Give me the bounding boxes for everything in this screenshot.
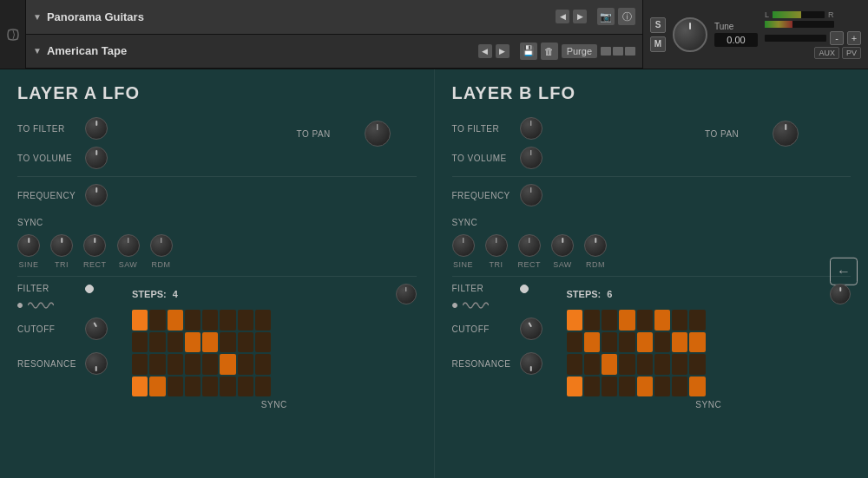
step-cell[interactable] [619,354,635,375]
saw-knob-a[interactable] [117,234,140,257]
step-cell[interactable] [255,310,271,331]
sine-knob-b[interactable] [452,234,475,257]
step-cell[interactable] [149,332,165,353]
sine-knob-a[interactable] [17,234,40,257]
step-cell[interactable] [238,377,253,397]
step-cell[interactable] [689,377,705,397]
step-cell[interactable] [220,354,235,375]
plus-btn[interactable]: + [847,31,861,45]
rdm-knob-b[interactable] [584,234,607,257]
step-cell[interactable] [689,310,705,331]
tune-value[interactable]: 0.00 [714,33,758,47]
step-cell[interactable] [619,332,635,353]
step-cell[interactable] [672,354,687,375]
step-cell[interactable] [220,310,235,331]
step-cell[interactable] [220,377,235,397]
step-cell[interactable] [602,377,617,397]
step-cell[interactable] [567,310,582,331]
camera-btn[interactable]: 📷 [597,8,615,25]
step-cell[interactable] [238,354,253,375]
step-cell[interactable] [567,332,582,353]
step-cell[interactable] [584,354,600,375]
to-volume-knob-b[interactable] [520,147,542,169]
delete-btn[interactable]: 🗑 [541,43,558,60]
step-cell[interactable] [168,354,183,375]
pv-button[interactable]: PV [842,47,861,59]
step-cell[interactable] [654,332,670,353]
resonance-knob-b[interactable] [520,352,542,375]
step-cell[interactable] [637,377,653,397]
prev-instrument-2[interactable]: ◀ [478,44,492,58]
minus-btn[interactable]: - [830,31,844,45]
purge-button[interactable]: Purge [562,44,597,58]
steps-knob-a[interactable] [396,284,417,304]
cutoff-dot-a[interactable] [17,303,23,308]
rdm-knob-a[interactable] [150,234,173,257]
filter-radio-a[interactable] [85,285,94,293]
cutoff-dot-b[interactable] [452,303,457,308]
step-cell[interactable] [168,377,183,397]
step-cell[interactable] [619,377,635,397]
next-instrument-2[interactable]: ▶ [496,44,510,58]
step-cell[interactable] [584,310,600,331]
step-cell[interactable] [185,377,201,397]
step-cell[interactable] [149,377,165,397]
step-cell[interactable] [168,310,183,331]
to-pan-knob-a[interactable] [365,121,391,147]
step-cell[interactable] [584,377,600,397]
step-cell[interactable] [584,332,600,353]
step-cell[interactable] [602,310,617,331]
step-cell[interactable] [149,310,165,331]
rect-knob-a[interactable] [83,234,106,257]
aux-button[interactable]: AUX [814,47,839,59]
step-cell[interactable] [132,354,148,375]
collapse-arrow-1[interactable]: ▼ [33,12,42,22]
collapse-arrow-2[interactable]: ▼ [33,46,42,56]
step-cell[interactable] [654,377,670,397]
step-cell[interactable] [637,310,653,331]
resonance-knob-a[interactable] [85,352,108,375]
next-instrument-1[interactable]: ▶ [573,10,587,23]
step-cell[interactable] [567,377,582,397]
step-cell[interactable] [185,332,201,353]
rect-knob-b[interactable] [518,234,541,257]
step-cell[interactable] [672,310,687,331]
frequency-knob-a[interactable] [85,184,108,206]
filter-radio-b[interactable] [520,285,529,293]
tri-knob-a[interactable] [50,234,73,257]
step-cell[interactable] [672,377,687,397]
step-cell[interactable] [602,332,617,353]
m-button[interactable]: M [650,36,666,52]
tri-knob-b[interactable] [485,234,508,257]
step-cell[interactable] [132,377,148,397]
to-pan-knob-b[interactable] [773,121,799,147]
step-cell[interactable] [220,332,235,353]
step-cell[interactable] [202,332,218,353]
step-cell[interactable] [637,354,653,375]
step-cell[interactable] [255,377,271,397]
cutoff-knob-a[interactable] [85,318,108,340]
save-btn[interactable]: 💾 [520,43,537,60]
master-knob[interactable] [673,17,707,52]
step-cell[interactable] [654,310,670,331]
s-button[interactable]: S [650,17,666,33]
step-cell[interactable] [619,310,635,331]
frequency-knob-b[interactable] [520,184,542,206]
step-cell[interactable] [567,354,582,375]
step-cell[interactable] [689,332,705,353]
step-cell[interactable] [637,332,653,353]
step-cell[interactable] [202,310,218,331]
to-filter-knob-a[interactable] [85,117,108,140]
step-cell[interactable] [255,354,271,375]
step-cell[interactable] [672,332,687,353]
step-cell[interactable] [238,332,253,353]
step-cell[interactable] [654,354,670,375]
step-cell[interactable] [202,377,218,397]
cutoff-knob-b[interactable] [520,318,542,340]
step-cell[interactable] [202,354,218,375]
step-cell[interactable] [132,332,148,353]
step-cell[interactable] [149,354,165,375]
to-filter-knob-b[interactable] [520,117,542,140]
to-volume-knob-a[interactable] [85,147,108,169]
step-cell[interactable] [168,332,183,353]
